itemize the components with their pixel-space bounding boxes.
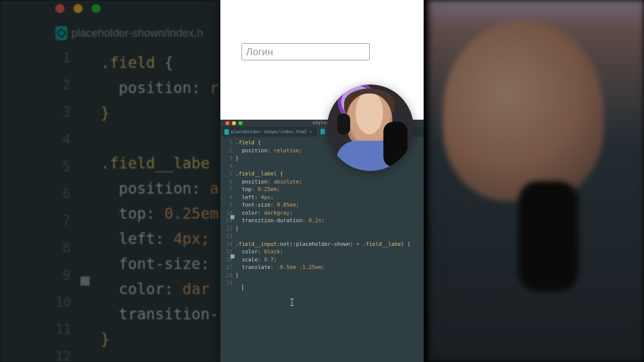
traffic-lights-icon [55, 4, 101, 13]
center-column: styles. placeholder-shown/index.html × s… [220, 0, 424, 362]
shield-icon [55, 26, 67, 40]
tab-index-html[interactable]: placeholder-shown/index.html × [220, 127, 316, 137]
text-cursor-icon [243, 285, 243, 291]
presenter-webcam-bubble [327, 84, 414, 171]
background-editor-blur: placeholder-shown/index.h 1 2 3 4 5 6 7 … [0, 0, 236, 362]
background-line-gutter: 1 2 3 4 5 6 7 8 9 10 11 12 [55, 50, 70, 362]
tab-label: placeholder-shown/index.html [231, 129, 307, 134]
background-tab: placeholder-shown/index.h [55, 26, 203, 40]
headphone-icon [337, 114, 350, 135]
background-webcam-blur [428, 0, 644, 362]
mini-line-gutter: 1 2 3 4 5 6 7 8 9 10 11 12 13 14 15 16 1… [220, 139, 235, 287]
ibeam-cursor-icon [292, 299, 292, 306]
breakpoint-marker-icon [80, 277, 90, 286]
gutter-marker-icon [230, 254, 234, 258]
minimize-icon[interactable] [232, 121, 236, 125]
close-icon[interactable] [225, 121, 229, 125]
gutter-marker-icon [230, 215, 234, 219]
login-input[interactable] [242, 43, 370, 60]
html-file-icon [224, 129, 229, 135]
background-code: .field { position: r } .field__labe posi… [101, 50, 219, 352]
background-tab-filename: placeholder-shown/index.h [71, 27, 203, 40]
close-tab-icon[interactable]: × [309, 129, 312, 134]
maximize-icon[interactable] [238, 121, 243, 125]
css-file-icon [320, 129, 325, 134]
